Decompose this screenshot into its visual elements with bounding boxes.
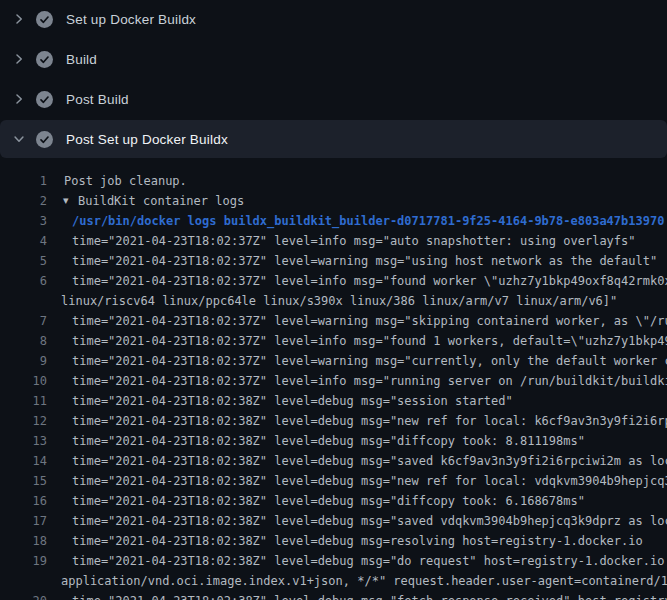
line-text: time="2021-04-23T18:02:38Z" level=debug … — [47, 431, 585, 451]
line-number[interactable]: 9 — [0, 351, 47, 371]
log-line: ▾ application/vnd.oci.image.index.v1+jso… — [0, 571, 667, 591]
line-number[interactable] — [0, 291, 47, 311]
log-line: 4 ▾ time="2021-04-23T18:02:37Z" level=in… — [0, 231, 667, 251]
log-line: 18 ▾ time="2021-04-23T18:02:38Z" level=d… — [0, 531, 667, 551]
line-text: time="2021-04-23T18:02:37Z" level=info m… — [47, 371, 667, 391]
log-line: 17 ▾ time="2021-04-23T18:02:38Z" level=d… — [0, 511, 667, 531]
line-number[interactable]: 19 — [0, 551, 47, 571]
line-number[interactable]: 12 — [0, 411, 47, 431]
line-text: time="2021-04-23T18:02:38Z" level=debug … — [47, 411, 667, 431]
check-circle-icon — [36, 91, 53, 108]
line-text: time="2021-04-23T18:02:37Z" level=info m… — [47, 231, 636, 251]
log-line: 3 ▾ /usr/bin/docker logs buildx_buildkit… — [0, 211, 667, 231]
line-number[interactable]: 11 — [0, 391, 47, 411]
line-text: time="2021-04-23T18:02:37Z" level=warnin… — [47, 251, 657, 271]
log-line: 7 ▾ time="2021-04-23T18:02:37Z" level=wa… — [0, 311, 667, 331]
line-number[interactable]: 15 — [0, 471, 47, 491]
line-text: time="2021-04-23T18:02:37Z" level=warnin… — [47, 351, 667, 371]
log-line: 13 ▾ time="2021-04-23T18:02:38Z" level=d… — [0, 431, 667, 451]
line-number[interactable]: 14 — [0, 451, 47, 471]
chevron-down-icon — [12, 132, 26, 146]
line-number[interactable] — [0, 571, 47, 591]
log-line: 5 ▾ time="2021-04-23T18:02:37Z" level=wa… — [0, 251, 667, 271]
log-line: 12 ▾ time="2021-04-23T18:02:38Z" level=d… — [0, 411, 667, 431]
check-circle-icon — [36, 131, 53, 148]
step-row[interactable]: Build — [0, 40, 667, 78]
line-number[interactable]: 6 — [0, 271, 47, 291]
steps-list: Set up Docker Buildx Build Post Build — [0, 0, 667, 158]
line-text: time="2021-04-23T18:02:37Z" level=warnin… — [47, 311, 667, 331]
log-area: 1 ▾ Post job cleanup. 2 ▾ BuildKit conta… — [0, 160, 667, 600]
line-text: time="2021-04-23T18:02:38Z" level=debug … — [47, 531, 643, 551]
line-text: time="2021-04-23T18:02:38Z" level=debug … — [47, 491, 585, 511]
step-label: Post Build — [66, 92, 129, 107]
step-row[interactable]: Set up Docker Buildx — [0, 0, 667, 38]
step-row[interactable]: Post Build — [0, 80, 667, 118]
line-text: time="2021-04-23T18:02:38Z" level=debug … — [47, 591, 667, 600]
line-number[interactable]: 10 — [0, 371, 47, 391]
log-line: 6 ▾ time="2021-04-23T18:02:37Z" level=in… — [0, 271, 667, 291]
log-line: 9 ▾ time="2021-04-23T18:02:37Z" level=wa… — [0, 351, 667, 371]
line-number[interactable]: 18 — [0, 531, 47, 551]
line-text[interactable]: BuildKit container logs — [78, 191, 244, 211]
step-label: Set up Docker Buildx — [66, 12, 196, 27]
step-label: Build — [66, 52, 97, 67]
command-text: /usr/bin/docker logs buildx_buildkit_bui… — [47, 211, 664, 231]
line-text: Post job cleanup. — [47, 171, 187, 191]
line-text: time="2021-04-23T18:02:38Z" level=debug … — [47, 471, 667, 491]
log-line: ▾ linux/riscv64 linux/ppc64le linux/s390… — [0, 291, 667, 311]
log-line: 16 ▾ time="2021-04-23T18:02:38Z" level=d… — [0, 491, 667, 511]
step-row[interactable]: Post Set up Docker Buildx — [0, 120, 667, 158]
line-text: time="2021-04-23T18:02:38Z" level=debug … — [47, 451, 667, 471]
step-label: Post Set up Docker Buildx — [66, 132, 228, 147]
chevron-right-icon — [12, 12, 26, 26]
line-text: time="2021-04-23T18:02:38Z" level=debug … — [47, 551, 667, 571]
line-text: linux/riscv64 linux/ppc64le linux/s390x … — [47, 291, 617, 311]
chevron-right-icon — [12, 52, 26, 66]
check-circle-icon — [36, 51, 53, 68]
line-text: time="2021-04-23T18:02:37Z" level=info m… — [47, 331, 667, 351]
line-number[interactable]: 5 — [0, 251, 47, 271]
line-number[interactable]: 2 — [0, 191, 47, 211]
log-line: 19 ▾ time="2021-04-23T18:02:38Z" level=d… — [0, 551, 667, 571]
log-line: 10 ▾ time="2021-04-23T18:02:37Z" level=i… — [0, 371, 667, 391]
line-number[interactable]: 13 — [0, 431, 47, 451]
line-text: time="2021-04-23T18:02:37Z" level=info m… — [47, 271, 667, 291]
log-line: 8 ▾ time="2021-04-23T18:02:37Z" level=in… — [0, 331, 667, 351]
line-number[interactable]: 3 — [0, 211, 47, 231]
line-number[interactable]: 17 — [0, 511, 47, 531]
line-text: application/vnd.oci.image.index.v1+json,… — [47, 571, 667, 591]
line-number[interactable]: 1 — [0, 171, 47, 191]
chevron-right-icon — [12, 92, 26, 106]
line-number[interactable]: 4 — [0, 231, 47, 251]
log-line: 15 ▾ time="2021-04-23T18:02:38Z" level=d… — [0, 471, 667, 491]
log-line: 20 ▾ time="2021-04-23T18:02:38Z" level=d… — [0, 591, 667, 600]
line-number[interactable]: 8 — [0, 331, 47, 351]
line-text: time="2021-04-23T18:02:38Z" level=debug … — [47, 511, 667, 531]
line-number[interactable]: 7 — [0, 311, 47, 331]
log-line: 14 ▾ time="2021-04-23T18:02:38Z" level=d… — [0, 451, 667, 471]
log-line: 2 ▾ BuildKit container logs — [0, 191, 667, 211]
line-number[interactable]: 20 — [0, 591, 47, 600]
disclosure-triangle-icon: ▾ — [47, 191, 78, 211]
check-circle-icon — [36, 11, 53, 28]
log-line: 1 ▾ Post job cleanup. — [0, 171, 667, 191]
line-number[interactable]: 16 — [0, 491, 47, 511]
log-line: 11 ▾ time="2021-04-23T18:02:38Z" level=d… — [0, 391, 667, 411]
line-text: time="2021-04-23T18:02:38Z" level=debug … — [47, 391, 513, 411]
